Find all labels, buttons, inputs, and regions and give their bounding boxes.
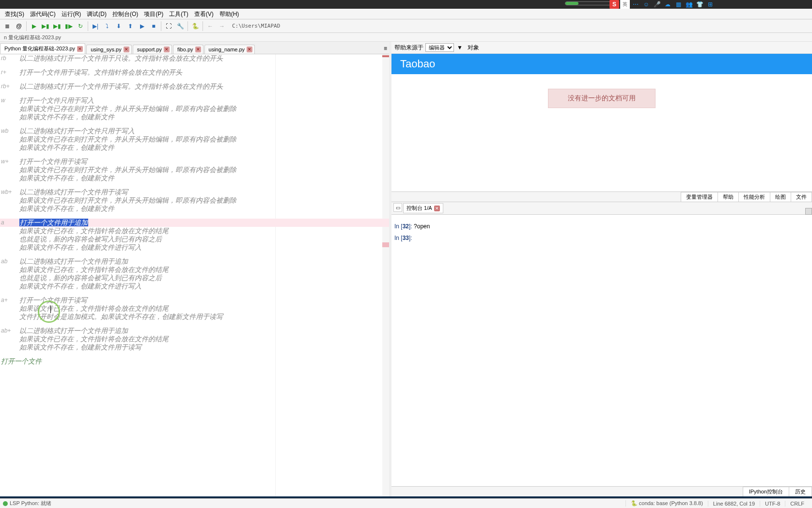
code-line[interactable]: 如果该文件已存在，文件指针将会放在文件的结尾 (0, 266, 389, 274)
code-line[interactable]: 打开一个文件 (0, 357, 389, 365)
status-pos: Line 6882, Col 19 (708, 501, 760, 507)
code-line[interactable]: 如果该文件已存在则打开文件，并从开头开始编辑，即原有内容会被删除 (0, 105, 389, 113)
tray-people-icon[interactable]: 👥 (684, 0, 694, 9)
help-tabs: 变量管理器帮助性能分析绘图文件 (391, 192, 812, 202)
menu-item[interactable]: 运行(R) (59, 9, 84, 19)
menu-item[interactable]: 项目(P) (141, 9, 166, 19)
console-bottom-tab[interactable]: IPython控制台 (743, 487, 789, 496)
run-cell-icon[interactable]: ▶▮ (40, 21, 51, 32)
code-line[interactable]: 如果该文件不存在，创建新文件进行写入 (0, 243, 389, 252)
menu-item[interactable]: 查找(S) (2, 9, 27, 19)
tray-shirt-icon[interactable]: 👕 (695, 0, 704, 9)
code-line[interactable]: rb+以二进制格式打开一个文件用于读写。文件指针将会放在文件的开头 (0, 82, 389, 91)
code-line[interactable]: 如果该文件不存在，创建新文件用于读写 (0, 343, 389, 351)
tray-box-icon[interactable]: ▦ (673, 0, 683, 9)
max-icon[interactable]: ⛶ (163, 21, 174, 32)
menu-item[interactable]: 查看(V) (191, 9, 217, 19)
tabs-overflow-icon[interactable]: ≡ (382, 43, 389, 54)
code-line[interactable]: 如果该文件不存在，创建新文件 (0, 205, 389, 213)
console-tab[interactable]: 控制台 1/A ✕ (403, 203, 443, 213)
tray-user-icon[interactable]: ☺ (641, 0, 651, 9)
code-line[interactable]: 如果该文件已存在，文件指针将会放在文件的结尾 (0, 227, 389, 235)
code-line[interactable]: 如果该文件不存在，创建新文件 (0, 113, 389, 121)
code-line[interactable]: a打开一个文件用于追加 (0, 219, 389, 227)
ime-lang[interactable]: 英 (620, 0, 630, 9)
status-conda[interactable]: 🐍 conda: base (Python 3.8.8) (625, 500, 708, 507)
editor-pane: Python 量化编程基础-2023.py✕using_sys.py✕suppo… (0, 42, 391, 496)
toolbar-menu-icon[interactable]: ≣ (2, 21, 13, 32)
tab-close-icon[interactable]: ✕ (195, 47, 201, 52)
sash-handle[interactable] (805, 208, 812, 215)
editor-tab[interactable]: fibo.py✕ (173, 45, 203, 54)
tab-close-icon[interactable]: ✕ (77, 46, 83, 52)
code-line[interactable]: ab以二进制格式打开一个文件用于追加 (0, 257, 389, 266)
debug-continue-icon[interactable]: ▶| (90, 21, 101, 32)
menu-item[interactable]: 帮助(H) (217, 9, 242, 19)
tray-mic-icon[interactable]: 🎤 (652, 0, 662, 9)
editor-tab[interactable]: support.py✕ (133, 45, 172, 54)
code-line[interactable]: 如果该文件不存在，创建新文件进行写入 (0, 282, 389, 290)
code-line[interactable]: 如果该文件已存在则打开文件，并从开头开始编辑，即原有内容会被删除 (0, 196, 389, 205)
help-pane-tab[interactable]: 性能分析 (738, 192, 770, 202)
code-line[interactable]: 如果该文件已存在则打开文件，并从开头开始编辑，即原有内容会被删除 (0, 166, 389, 174)
debug-step-icon[interactable]: ⤵ (102, 21, 112, 32)
settings-icon[interactable]: 🔧 (175, 21, 186, 32)
tab-close-icon[interactable]: ✕ (164, 47, 170, 52)
code-line[interactable]: 也就是说，新的内容将会被写入到已有内容之后 (0, 274, 389, 282)
code-line[interactable]: 如果该文件已存在则打开文件，并从开头开始编辑，即原有内容会被删除 (0, 135, 389, 143)
code-line[interactable]: r+打开一个文件用于读写。文件指针将会放在文件的开头 (0, 68, 389, 77)
code-line[interactable]: wb+以二进制格式打开一个文件用于读写 (0, 188, 389, 196)
help-pane-tab[interactable]: 变量管理器 (681, 192, 718, 202)
menu-item[interactable]: 工具(T) (166, 9, 191, 19)
debug-out-icon[interactable]: ⬆ (125, 21, 136, 32)
menu-item[interactable]: 源代码(C) (27, 9, 59, 19)
menu-item[interactable]: 控制台(O) (109, 9, 141, 19)
code-line[interactable]: rb以二进制格式打开一个文件用于只读。文件指针将会放在文件的开头 (0, 54, 389, 63)
tray-cloud-icon[interactable]: ☁ (663, 0, 672, 9)
nav-back-icon[interactable]: ← (205, 21, 216, 32)
menu-item[interactable]: 调试(D) (84, 9, 109, 19)
console-line[interactable]: In [32]: ?open (394, 221, 809, 232)
code-line[interactable]: w打开一个文件只用于写入 (0, 96, 389, 105)
editor-tab[interactable]: Python 量化编程基础-2023.py✕ (0, 43, 85, 54)
code-line[interactable]: wb以二进制格式打开一个文件只用于写入 (0, 127, 389, 135)
window-titlebar: S 英 ⋯ ☺ 🎤 ☁ ▦ 👥 👕 ⊞ (0, 0, 812, 9)
run-icon[interactable]: ▶ (29, 21, 39, 32)
help-pane-tab[interactable]: 绘图 (770, 192, 791, 202)
debug-run-icon[interactable]: ▶ (137, 21, 147, 32)
code-line[interactable]: 如果该文件已存在，文件指针将会放在文件的结尾 (0, 304, 389, 313)
code-line[interactable]: ab+以二进制格式打开一个文件用于追加 (0, 327, 389, 335)
code-line[interactable]: 也就是说，新的内容将会被写入到已有内容之后 (0, 235, 389, 243)
editor-scrollbar[interactable] (382, 54, 389, 496)
python-path-icon[interactable]: 🐍 (190, 21, 201, 32)
ipython-console[interactable]: In [32]: ?openIn [33]: (391, 215, 812, 486)
run-cell-next-icon[interactable]: ▶▮ (52, 21, 62, 32)
console-line[interactable]: In [33]: (394, 232, 809, 244)
code-line[interactable]: 文件打开时会是追加模式。如果该文件不存在，创建新文件用于读写 (0, 313, 389, 321)
code-line[interactable]: 如果该文件不存在，创建新文件 (0, 143, 389, 152)
console-tab-close-icon[interactable]: ✕ (434, 206, 440, 211)
editor-tab[interactable]: using_name.py✕ (204, 45, 255, 54)
code-line[interactable]: a+打开一个文件用于读写 (0, 296, 389, 304)
debug-into-icon[interactable]: ⬇ (113, 21, 124, 32)
tab-close-icon[interactable]: ✕ (124, 47, 129, 52)
code-line[interactable]: 如果该文件已存在，文件指针将会放在文件的结尾 (0, 335, 389, 343)
console-collapse-icon[interactable]: ▭ (393, 203, 402, 212)
code-editor[interactable]: rb以二进制格式打开一个文件用于只读。文件指针将会放在文件的开头r+打开一个文件… (0, 54, 389, 496)
console-bottom-tab[interactable]: 历史 (789, 487, 812, 496)
code-line[interactable]: 如果该文件不存在，创建新文件 (0, 174, 389, 182)
help-pane-tab[interactable]: 文件 (791, 192, 812, 202)
run-selection-icon[interactable]: ▮▶ (63, 21, 74, 32)
editor-tab[interactable]: using_sys.py✕ (86, 45, 132, 54)
debug-stop-icon[interactable]: ■ (148, 21, 159, 32)
help-source-select[interactable]: 编辑器 (425, 43, 454, 52)
tray-dots-icon[interactable]: ⋯ (631, 0, 640, 9)
toolbar-at-icon[interactable]: @ (14, 21, 24, 32)
help-pane-tab[interactable]: 帮助 (718, 192, 739, 202)
rerun-icon[interactable]: ↻ (75, 21, 86, 32)
nav-fwd-icon[interactable]: → (217, 21, 227, 32)
tab-close-icon[interactable]: ✕ (247, 47, 252, 52)
tray-grid-icon[interactable]: ⊞ (705, 0, 715, 9)
ime-icon[interactable]: S (609, 0, 619, 9)
code-line[interactable]: w+打开一个文件用于读写 (0, 158, 389, 166)
